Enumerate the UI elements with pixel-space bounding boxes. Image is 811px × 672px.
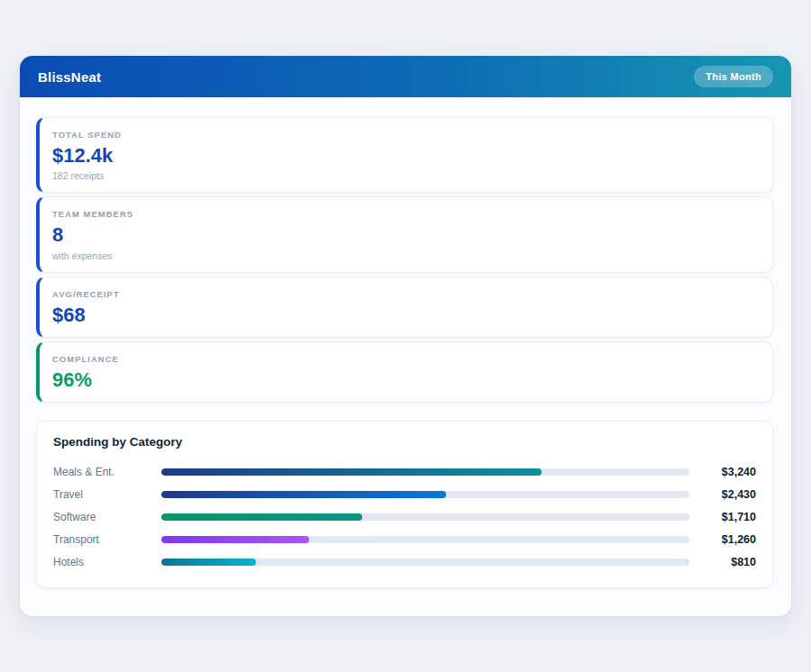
- bar-fill: [161, 513, 362, 521]
- dashboard-panel: BlissNeat This Month TOTAL SPEND$12.4k18…: [20, 56, 791, 616]
- stat-label: TEAM MEMBERS: [52, 209, 758, 219]
- category-value: $1,710: [697, 511, 756, 523]
- spending-row: Travel$2,430: [53, 483, 756, 505]
- stat-card: COMPLIANCE96%: [36, 341, 773, 403]
- spending-title: Spending by Category: [53, 435, 756, 449]
- category-label: Travel: [53, 488, 154, 501]
- stat-label: TOTAL SPEND: [52, 130, 758, 140]
- category-value: $810: [697, 556, 756, 568]
- stat-subtext: with expenses: [52, 250, 758, 261]
- spending-row: Meals & Ent.$3,240: [53, 460, 756, 483]
- bar-fill: [161, 468, 542, 476]
- category-value: $2,430: [697, 488, 756, 501]
- bar-track: [161, 536, 689, 543]
- category-label: Meals & Ent.: [53, 466, 154, 478]
- bar-track: [161, 491, 689, 498]
- panel-content: TOTAL SPEND$12.4k182 receiptsTEAM MEMBER…: [20, 97, 791, 606]
- spending-row: Software$1,710: [53, 505, 756, 528]
- stat-card: TOTAL SPEND$12.4k182 receipts: [36, 117, 773, 193]
- app-header: BlissNeat This Month: [20, 56, 791, 97]
- bar-fill: [161, 558, 256, 566]
- stat-card: AVG/RECEIPT$68: [36, 277, 773, 338]
- bar-track: [161, 513, 689, 521]
- period-badge[interactable]: This Month: [694, 66, 773, 87]
- category-label: Hotels: [53, 556, 154, 568]
- bar-fill: [161, 536, 309, 543]
- spending-rows: Meals & Ent.$3,240Travel$2,430Software$1…: [53, 460, 756, 573]
- bar-track: [161, 558, 689, 566]
- stat-subtext: 182 receipts: [52, 170, 758, 181]
- app-title: BlissNeat: [38, 69, 101, 85]
- bar-fill: [161, 491, 446, 498]
- category-value: $1,260: [697, 533, 756, 546]
- stat-label: COMPLIANCE: [52, 354, 758, 364]
- category-label: Transport: [53, 533, 154, 546]
- spending-row: Transport$1,260: [53, 528, 756, 550]
- stat-value: 96%: [52, 368, 758, 391]
- category-label: Software: [53, 511, 154, 523]
- category-value: $3,240: [697, 466, 756, 478]
- stat-card: TEAM MEMBERS8with expenses: [36, 196, 773, 272]
- stat-value: $68: [52, 304, 758, 326]
- stat-value: $12.4k: [52, 144, 758, 167]
- stat-label: AVG/RECEIPT: [52, 289, 758, 299]
- stats-list: TOTAL SPEND$12.4k182 receiptsTEAM MEMBER…: [36, 117, 773, 403]
- stat-value: 8: [52, 223, 758, 246]
- spending-card: Spending by Category Meals & Ent.$3,240T…: [36, 421, 773, 588]
- bar-track: [161, 468, 689, 476]
- spending-row: Hotels$810: [53, 550, 756, 573]
